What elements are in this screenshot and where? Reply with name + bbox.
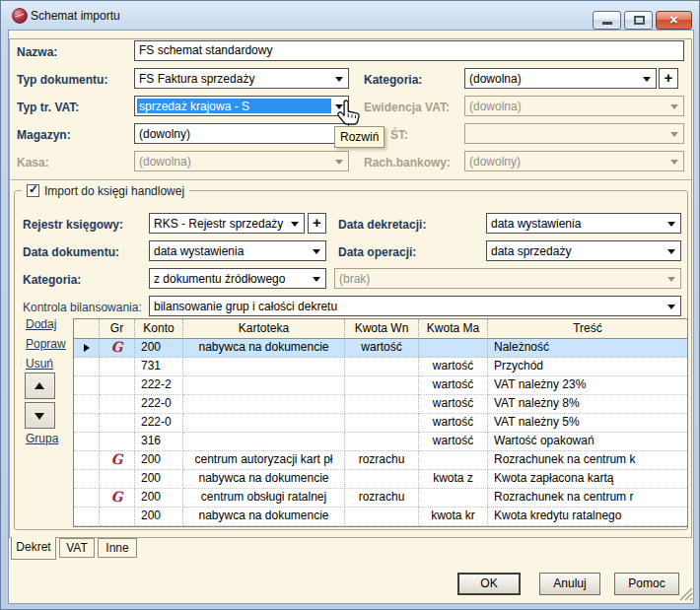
cell-kartoteka[interactable]: nabywca na dokumencie [183,470,345,489]
typ-tr-vat-combo[interactable]: sprzedaż krajowa - S [134,96,349,116]
chevron-down-icon[interactable] [313,277,320,282]
cell-tresc[interactable]: Przychód [488,358,687,376]
cell-konto[interactable]: 222-0 [135,414,183,433]
row-indicator-cell[interactable] [74,489,100,508]
kategoria-combo[interactable]: (dowolna) [464,68,657,89]
row-indicator-cell[interactable] [74,451,100,470]
ledger-kategoria-combo[interactable]: z dokumentu źródłowego [149,268,326,289]
cell-konto[interactable]: 200 [135,339,183,358]
data-dokumentu-combo[interactable]: data wystawienia [149,240,326,261]
chevron-down-icon[interactable] [667,222,675,227]
cell-kartoteka[interactable] [183,358,345,376]
cell-gr[interactable] [100,433,135,451]
row-indicator-cell[interactable] [74,470,100,489]
row-indicator-cell[interactable] [74,395,100,414]
kategoria-add-button[interactable]: + [659,68,678,89]
cell-kartoteka[interactable] [183,376,345,395]
chevron-down-icon[interactable] [313,249,320,254]
cell-gr[interactable] [100,508,135,526]
anuluj-button[interactable]: Anuluj [539,573,600,595]
cell-kwota_wn[interactable] [345,433,419,451]
chevron-down-icon[interactable] [667,249,675,254]
chevron-down-icon[interactable] [643,77,651,82]
cell-kartoteka[interactable] [183,433,345,451]
cell-konto[interactable]: 200 [135,508,183,526]
cell-kwota_ma[interactable] [419,489,488,508]
cell-kwota_wn[interactable]: wartość [345,339,419,358]
cell-kwota_wn[interactable]: rozrachu [345,451,419,470]
pomoc-button[interactable]: Pomoc [614,573,679,595]
cell-kwota_ma[interactable]: wartość [419,433,488,451]
magazyn-combo[interactable]: (dowolny) [134,123,349,144]
close-button[interactable]: × [656,11,692,30]
tab-vat[interactable]: VAT [59,538,95,558]
grupa-link[interactable]: Grupa [26,432,58,445]
tab-dekret[interactable]: Dekret [11,537,56,560]
cell-tresc[interactable]: VAT należny 8% [488,395,687,414]
cell-konto[interactable]: 731 [135,358,183,376]
cell-gr[interactable] [100,414,135,433]
cell-konto[interactable]: 200 [135,489,183,508]
cell-gr[interactable] [100,358,135,376]
cell-gr[interactable] [100,470,135,489]
usun-link[interactable]: Usuń [26,357,53,371]
cell-kwota_wn[interactable] [345,508,419,526]
cell-gr[interactable]: G [100,451,135,470]
cell-kwota_ma[interactable]: kwota kr [419,508,488,526]
rejestr-add-button[interactable]: + [308,213,326,234]
cell-kwota_ma[interactable]: wartość [419,414,488,433]
cell-konto[interactable]: 222-2 [135,376,183,395]
cell-gr[interactable]: G [100,489,135,508]
cell-kwota_ma[interactable] [419,339,488,358]
cell-kartoteka[interactable]: centrum obsługi ratalnej [183,489,345,508]
popraw-link[interactable]: Popraw [26,337,66,351]
row-indicator-cell[interactable] [74,376,100,395]
cell-kwota_ma[interactable]: wartość [419,358,488,376]
cell-tresc[interactable]: Wartość opakowań [488,433,687,451]
row-indicator-cell[interactable] [74,433,100,451]
cell-kwota_wn[interactable] [345,414,419,433]
chevron-down-icon[interactable] [667,305,675,309]
chevron-down-icon[interactable] [291,222,299,227]
kontrola-combo[interactable]: bilansowanie grup i całości dekretu [149,296,681,316]
row-indicator-cell[interactable] [74,508,100,526]
cell-kwota_ma[interactable]: kwota z [419,470,488,489]
typ-dokumentu-combo[interactable]: FS Faktura sprzedaży [134,68,349,89]
resize-grip[interactable] [678,586,693,601]
maximize-button[interactable] [624,11,653,30]
cell-kartoteka[interactable] [183,414,345,433]
row-indicator-cell[interactable] [74,339,100,358]
cell-gr[interactable] [100,376,135,395]
cell-konto[interactable]: 200 [135,451,183,470]
chevron-down-icon[interactable] [335,77,343,82]
cell-kwota_wn[interactable] [345,376,419,395]
cell-tresc[interactable]: Rozrachunek na centrum k [488,451,687,470]
cell-tresc[interactable]: Należność [488,339,687,358]
ok-button[interactable]: OK [457,573,521,595]
cell-kwota_wn[interactable] [345,358,419,376]
rejestr-combo[interactable]: RKS - Rejestr sprzedaży [149,213,305,234]
cell-kartoteka[interactable]: centrum autoryzacji kart pł [183,451,345,470]
move-up-button[interactable] [25,373,55,399]
import-ledger-checkbox[interactable]: ✓ [27,184,39,197]
row-indicator-cell[interactable] [74,358,100,376]
cell-kartoteka[interactable] [183,395,345,414]
cell-gr[interactable] [100,395,135,414]
cell-kwota_wn[interactable]: rozrachu [345,489,419,508]
cell-tresc[interactable]: Rozrachunek na centrum r [488,489,687,508]
cell-kwota_wn[interactable] [345,470,419,489]
cell-kwota_ma[interactable] [419,451,488,470]
cell-tresc[interactable]: Kwota zapłacona kartą [488,470,687,489]
data-operacji-combo[interactable]: data sprzedaży [486,240,681,261]
cell-konto[interactable]: 316 [135,433,183,451]
tab-inne[interactable]: Inne [98,538,137,558]
cell-tresc[interactable]: VAT należny 5% [488,414,687,433]
cell-gr[interactable]: G [100,339,135,358]
nazwa-input[interactable]: FS schemat standardowy [134,40,684,61]
cell-kwota_ma[interactable]: wartość [419,376,488,395]
minimize-button[interactable] [593,11,621,30]
move-down-button[interactable] [25,402,55,429]
row-indicator-cell[interactable] [74,414,100,433]
dodaj-link[interactable]: Dodaj [26,317,56,331]
cell-kwota_ma[interactable]: wartość [419,395,488,414]
